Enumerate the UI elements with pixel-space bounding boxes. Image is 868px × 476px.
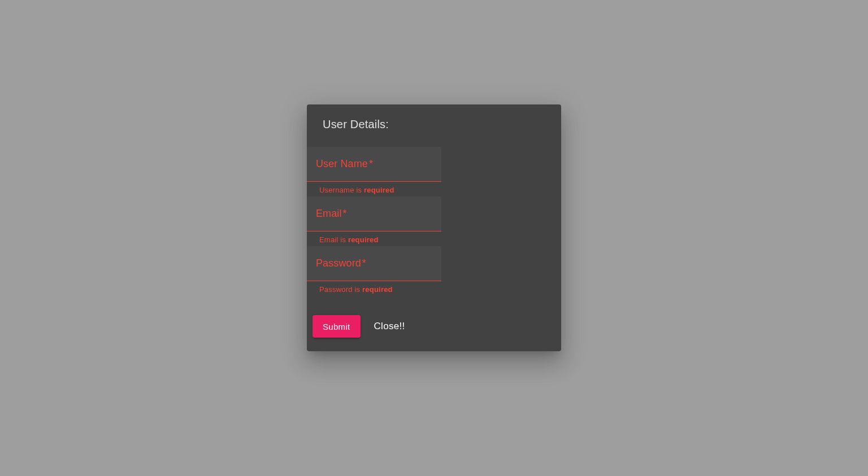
username-field: User Name* Username is required — [307, 147, 441, 196]
submit-button[interactable]: Submit — [313, 315, 361, 338]
password-input-wrap[interactable]: Password* — [307, 246, 441, 281]
password-error-hint: Password is required — [307, 281, 441, 296]
password-input[interactable] — [307, 246, 441, 281]
email-error-hint: Email is required — [307, 232, 441, 246]
username-input[interactable] — [307, 147, 441, 181]
username-hint-prefix: Username is — [319, 186, 364, 194]
email-input-wrap[interactable]: Email* — [307, 196, 441, 232]
username-hint-strong: required — [364, 186, 394, 194]
user-details-dialog: User Details: User Name* Username is req… — [307, 104, 561, 351]
email-field: Email* Email is required — [307, 196, 441, 246]
email-hint-strong: required — [348, 235, 379, 244]
dialog-actions: Submit Close!! — [307, 296, 561, 338]
username-error-hint: Username is required — [307, 182, 441, 196]
email-hint-prefix: Email is — [319, 235, 348, 244]
dialog-title: User Details: — [307, 118, 561, 147]
password-hint-prefix: Password is — [319, 285, 362, 294]
password-hint-strong: required — [362, 285, 393, 294]
close-button[interactable]: Close!! — [372, 316, 407, 337]
password-field: Password* Password is required — [307, 246, 441, 296]
username-input-wrap[interactable]: User Name* — [307, 147, 441, 182]
email-input[interactable] — [307, 196, 441, 231]
